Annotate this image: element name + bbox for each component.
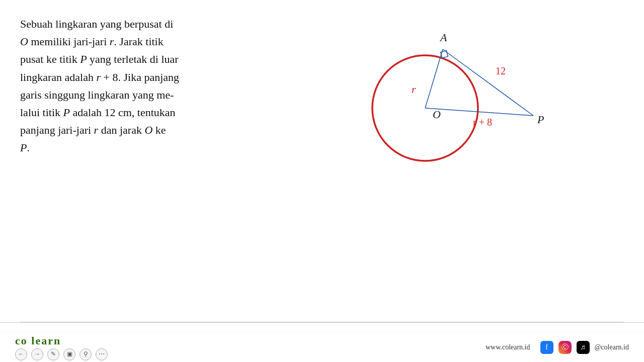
nav-edit-button[interactable]: ✎ [47,348,59,360]
svg-text:O: O [433,108,441,121]
problem-text: Sebuah lingkaran yang berpusat di O memi… [20,15,292,312]
svg-text:r: r [412,83,416,96]
footer: co learn ← → ✎ ▣ ⚲ ⋯ www.colearn.id f Ⓒ … [0,332,644,362]
footer-right: www.colearn.id f Ⓒ ♬ @colearn.id [486,341,629,354]
svg-line-3 [425,49,443,108]
nav-forward-button[interactable]: → [31,348,43,360]
svg-text:12: 12 [496,65,506,76]
nav-back-button[interactable]: ← [15,348,27,360]
svg-text:P: P [537,113,544,126]
svg-line-2 [443,49,533,116]
nav-grid-button[interactable]: ▣ [63,348,75,360]
footer-navigation: ← → ✎ ▣ ⚲ ⋯ [15,348,108,360]
svg-text:r + 8: r + 8 [473,117,492,128]
facebook-icon[interactable]: f [540,341,553,354]
footer-left: co learn ← → ✎ ▣ ⚲ ⋯ [15,334,108,360]
svg-text:A: A [439,31,447,44]
svg-line-1 [425,108,533,116]
nav-search-button[interactable]: ⚲ [79,348,92,360]
website-url: www.colearn.id [486,343,530,351]
social-handle: @colearn.id [595,343,629,351]
social-links: f Ⓒ ♬ @colearn.id [540,341,629,354]
svg-rect-4 [441,51,448,58]
diagram-section: A r 12 O r + 8 P [292,15,624,312]
tiktok-icon[interactable]: ♬ [577,341,590,354]
nav-more-button[interactable]: ⋯ [96,348,108,360]
colearn-logo: co learn [15,334,61,347]
instagram-icon[interactable]: Ⓒ [558,341,572,354]
main-content: Sebuah lingkaran yang berpusat di O memi… [0,0,644,322]
geometry-diagram: A r 12 O r + 8 P [337,20,579,181]
